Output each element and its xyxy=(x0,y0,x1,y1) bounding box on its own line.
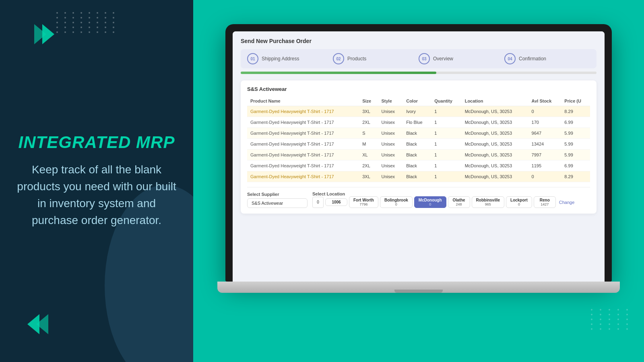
cell-qty: 1 xyxy=(431,150,461,160)
table-row: Garment-Dyed Heavyweight T-Shirt - 1717 … xyxy=(247,171,590,182)
col-avl-stock: Avl Stock xyxy=(528,96,561,106)
progress-bar-fill xyxy=(241,72,436,74)
cell-price: 6.99 xyxy=(561,117,590,128)
cell-qty: 1 xyxy=(431,117,461,128)
cell-color: Black xyxy=(403,160,431,171)
right-panel: for(let i=0;i<25;i++) document.currentSc… xyxy=(193,0,644,362)
cell-qty: 1 xyxy=(431,106,461,117)
cell-name: Garment-Dyed Heavyweight T-Shirt - 1717 xyxy=(247,117,359,128)
cell-price: 5.99 xyxy=(561,139,590,150)
cell-style: Unisex xyxy=(378,106,403,117)
cell-qty: 1 xyxy=(431,171,461,182)
cell-color: Black xyxy=(403,150,431,160)
cell-stock: 7997 xyxy=(528,150,561,160)
progress-bar xyxy=(241,72,597,74)
cell-name: Garment-Dyed Heavyweight T-Shirt - 1717 xyxy=(247,160,359,171)
cell-stock: 1195 xyxy=(528,160,561,171)
cell-color: Black xyxy=(403,139,431,150)
products-table: Product Name Size Style Color Quantity L… xyxy=(247,96,590,182)
cell-style: Unisex xyxy=(378,150,403,160)
col-size: Size xyxy=(359,96,378,106)
laptop-base xyxy=(217,282,620,293)
cell-size: XL xyxy=(359,150,378,160)
cell-stock: 0 xyxy=(528,171,561,182)
loc-btn-robbinsville[interactable]: Robbinsville 965 xyxy=(472,196,504,208)
steps-bar: 01 Shipping Address 02 Products xyxy=(241,49,597,68)
cell-size: 3XL xyxy=(359,106,378,117)
decorative-dots-top: for(let i=0;i<40;i++) document.currentSc… xyxy=(56,12,118,33)
cell-color: Black xyxy=(403,128,431,139)
cell-stock: 170 xyxy=(528,117,561,128)
left-panel: for(let i=0;i<40;i++) document.currentSc… xyxy=(0,0,193,362)
supplier-section-title: S&S Activewear xyxy=(247,86,590,92)
svg-marker-1 xyxy=(42,24,54,44)
cell-price: 8.29 xyxy=(561,171,590,182)
svg-marker-3 xyxy=(27,314,39,334)
table-header-row: Product Name Size Style Color Quantity L… xyxy=(247,96,590,106)
cell-size: 2XL xyxy=(359,117,378,128)
cell-style: Unisex xyxy=(378,117,403,128)
backward-arrows-icon xyxy=(24,310,52,340)
supplier-section: Select Supplier S&S Activewear xyxy=(247,192,308,208)
cell-name: Garment-Dyed Heavyweight T-Shirt - 1717 xyxy=(247,139,359,150)
supplier-select[interactable]: S&S Activewear xyxy=(247,198,308,208)
app-container: Send New Purchase Order 01 Shipping Addr… xyxy=(233,31,605,282)
step-circle-1: 01 xyxy=(247,53,258,64)
col-location: Location xyxy=(462,96,528,106)
cell-style: Unisex xyxy=(378,139,403,150)
cell-location: McDonough, US, 30253 xyxy=(462,150,528,160)
cell-color: Flo Blue xyxy=(403,117,431,128)
cell-location: McDonough, US, 30253 xyxy=(462,128,528,139)
location-label: Select Location xyxy=(312,191,574,196)
step-label-3: Overview xyxy=(433,56,453,62)
cell-size: 2XL xyxy=(359,160,378,171)
loc-btn-bolingbrook[interactable]: Bolingbrook 0 xyxy=(380,196,413,208)
table-row: Garment-Dyed Heavyweight T-Shirt - 1717 … xyxy=(247,117,590,128)
change-link[interactable]: Change xyxy=(559,200,575,205)
step-circle-3: 03 xyxy=(419,53,430,64)
step-1: 01 Shipping Address xyxy=(247,53,333,64)
table-row: Garment-Dyed Heavyweight T-Shirt - 1717 … xyxy=(247,160,590,171)
location-buttons: 0 1006 Fort Worth 7796 Bo xyxy=(312,196,574,208)
cell-size: M xyxy=(359,139,378,150)
loc-btn-zero[interactable]: 0 xyxy=(312,197,324,208)
cell-location: McDonough, US, 30253 xyxy=(462,106,528,117)
loc-btn-mcdonough[interactable]: McDonough 0 xyxy=(414,196,446,208)
cell-name: Garment-Dyed Heavyweight T-Shirt - 1717 xyxy=(247,106,359,117)
forward-arrows-icon xyxy=(30,18,62,52)
loc-btn-lockport[interactable]: Lockport 0 xyxy=(506,196,532,208)
brand-title: INTEGRATED MRP xyxy=(19,133,175,152)
loc-btn-1006[interactable]: 1006 xyxy=(325,198,347,206)
table-row: Garment-Dyed Heavyweight T-Shirt - 1717 … xyxy=(247,139,590,150)
cell-color: Black xyxy=(403,171,431,182)
location-section: Select Location 0 1006 Fort Worth 7796 xyxy=(312,191,574,208)
loc-btn-olathe[interactable]: Olathe 248 xyxy=(448,196,470,208)
cell-style: Unisex xyxy=(378,128,403,139)
cell-qty: 1 xyxy=(431,128,461,139)
cell-color: Ivory xyxy=(403,106,431,117)
cell-price: 5.99 xyxy=(561,150,590,160)
cell-price: 5.99 xyxy=(561,128,590,139)
cell-location: McDonough, US, 30253 xyxy=(462,171,528,182)
loc-btn-reno[interactable]: Reno 1427 xyxy=(534,196,556,208)
cell-stock: 13424 xyxy=(528,139,561,150)
col-style: Style xyxy=(378,96,403,106)
laptop-container: Send New Purchase Order 01 Shipping Addr… xyxy=(225,24,612,330)
loc-btn-fortworth[interactable]: Fort Worth 7796 xyxy=(349,196,378,208)
step-label-4: Confirmation xyxy=(519,56,546,62)
cell-stock: 0 xyxy=(528,106,561,117)
step-circle-2: 02 xyxy=(333,53,344,64)
brand-subtitle: Keep track of all the blank products you… xyxy=(16,161,177,229)
cell-name: Garment-Dyed Heavyweight T-Shirt - 1717 xyxy=(247,128,359,139)
cell-location: McDonough, US, 30253 xyxy=(462,139,528,150)
col-product-name: Product Name xyxy=(247,96,359,106)
table-body: Garment-Dyed Heavyweight T-Shirt - 1717 … xyxy=(247,106,590,182)
table-row: Garment-Dyed Heavyweight T-Shirt - 1717 … xyxy=(247,106,590,117)
cell-name: Garment-Dyed Heavyweight T-Shirt - 1717 xyxy=(247,150,359,160)
cell-location: McDonough, US, 30253 xyxy=(462,160,528,171)
step-circle-4: 04 xyxy=(504,53,516,64)
cell-size: S xyxy=(359,128,378,139)
col-price: Price (U xyxy=(561,96,590,106)
table-row: Garment-Dyed Heavyweight T-Shirt - 1717 … xyxy=(247,150,590,160)
table-row: Garment-Dyed Heavyweight T-Shirt - 1717 … xyxy=(247,128,590,139)
